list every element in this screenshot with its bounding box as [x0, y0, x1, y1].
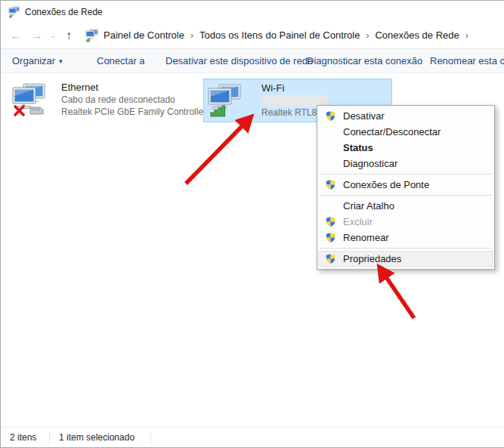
organize-label: Organizar	[12, 55, 55, 66]
breadcrumb-all-items[interactable]: Todos os Itens do Painel de Controle	[199, 23, 360, 48]
menu-item-delete: Excluir	[318, 214, 493, 230]
selection-count: 1 item selecionado	[59, 428, 135, 448]
uac-shield-icon	[325, 110, 336, 122]
menu-item-label: Excluir	[343, 216, 373, 227]
breadcrumb-control-panel[interactable]: Painel de Controle	[104, 23, 184, 48]
connection-name: Wi-Fi	[261, 82, 339, 94]
wifi-connected-icon	[208, 83, 243, 118]
breadcrumb-separator-icon: ›	[360, 23, 375, 48]
breadcrumb-separator-icon: ›	[184, 23, 199, 48]
breadcrumb: Painel de Controle›Todos os Itens do Pai…	[104, 23, 475, 48]
menu-item-status[interactable]: Status	[318, 140, 493, 156]
menu-item-label: Conectar/Desconectar	[343, 126, 441, 137]
network-connections-icon	[8, 6, 20, 18]
ethernet-text: Ethernet Cabo da rede desconectado Realt…	[61, 82, 206, 118]
menu-separator	[320, 195, 492, 196]
ethernet-disconnected-icon	[12, 82, 47, 117]
menu-item-rename[interactable]: Renomear	[318, 230, 493, 246]
connection-device: Realtek PCIe GbE Family Controller	[61, 106, 206, 118]
rename-connection-button[interactable]: Renomear esta conexão	[430, 49, 504, 73]
status-bar: 2 itens 1 item selecionado	[1, 427, 504, 448]
recent-locations-chevron-icon[interactable]: ⌄	[48, 23, 58, 48]
connect-to-button[interactable]: Conectar a	[97, 49, 145, 73]
breadcrumb-network-connections[interactable]: Conexões de Rede	[375, 23, 459, 48]
menu-item-disable[interactable]: Desativar	[318, 108, 493, 124]
menu-item-label: Diagnosticar	[343, 158, 397, 169]
uac-shield-icon	[325, 253, 336, 264]
menu-item-properties[interactable]: Propriedades	[318, 251, 493, 267]
menu-item-label: Status	[343, 142, 373, 153]
chevron-down-icon: ▾	[59, 57, 63, 65]
uac-shield-icon	[325, 232, 336, 243]
menu-separator	[320, 248, 492, 249]
diagnose-connection-button[interactable]: Diagnosticar esta conexão	[307, 49, 422, 73]
disable-device-button[interactable]: Desativar este dispositivo de rede	[165, 49, 313, 73]
connection-tile-ethernet[interactable]: Ethernet Cabo da rede desconectado Realt…	[8, 79, 202, 122]
menu-item-bridge-connections[interactable]: Conexões de Ponte	[318, 177, 493, 193]
menu-item-connect-disconnect[interactable]: Conectar/Desconectar	[318, 124, 493, 140]
titlebar: Conexões de Rede	[1, 1, 504, 23]
menu-item-create-shortcut[interactable]: Criar Atalho	[318, 198, 493, 214]
menu-item-label: Propriedades	[343, 253, 401, 264]
up-icon[interactable]: ↑	[60, 23, 78, 48]
menu-separator	[320, 174, 492, 175]
uac-shield-icon	[325, 216, 336, 227]
context-menu: Desativar Conectar/Desconectar Status Di…	[317, 105, 495, 270]
items-count: 2 itens	[10, 428, 36, 448]
connection-name: Ethernet	[61, 82, 206, 94]
window-title: Conexões de Rede	[25, 1, 103, 23]
menu-item-label: Renomear	[343, 232, 389, 243]
command-toolbar: Organizar▾ Conectar a Desativar este dis…	[1, 48, 504, 73]
breadcrumb-separator-icon: ›	[459, 23, 475, 48]
menu-item-label: Desativar	[343, 110, 385, 122]
navigation-bar: ← → ⌄ ↑ Painel de Controle›Todos os Iten…	[1, 23, 504, 48]
menu-item-label: Conexões de Ponte	[343, 179, 429, 190]
back-icon[interactable]: ←	[7, 23, 25, 48]
address-bar-icon	[85, 29, 99, 42]
menu-item-label: Criar Atalho	[343, 200, 394, 212]
uac-shield-icon	[325, 179, 336, 190]
menu-item-diagnose[interactable]: Diagnosticar	[318, 156, 493, 171]
connections-list: Ethernet Cabo da rede desconectado Realt…	[1, 74, 504, 427]
network-connections-window: Conexões de Rede ← → ⌄ ↑ Painel de Contr…	[0, 0, 504, 448]
status-separator	[49, 432, 50, 444]
connection-status: Cabo da rede desconectado	[61, 94, 206, 106]
status-separator	[150, 432, 151, 444]
forward-icon[interactable]: →	[28, 23, 46, 48]
organize-button[interactable]: Organizar▾	[12, 49, 63, 73]
